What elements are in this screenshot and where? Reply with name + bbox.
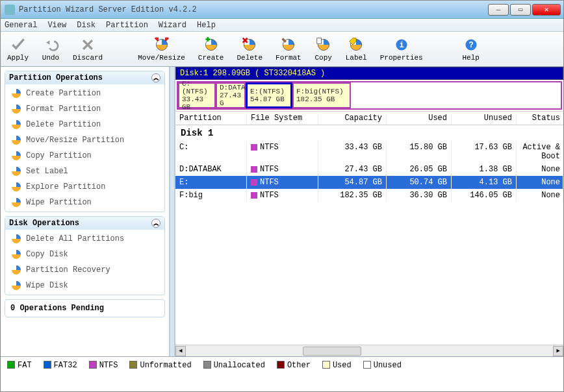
window-buttons: — ▭ ✕ [488, 4, 561, 16]
op-icon [10, 134, 22, 146]
right-pane: Disk:1 298.09GB ( ST3320418AS ) C:(NTFS)… [175, 67, 563, 356]
op-item[interactable]: Delete All Partitions [5, 231, 164, 247]
cell-part: E: [175, 176, 247, 189]
partition-operations-panel: Partition Operations ︽ Create PartitionF… [5, 71, 165, 212]
table-row[interactable]: F:bigNTFS182.35 GB36.30 GB146.05 GBNone [175, 189, 563, 202]
cell-stat: Active & Boot [517, 141, 563, 163]
op-label: Delete All Partitions [26, 234, 124, 243]
column-header[interactable]: File System [247, 112, 318, 125]
pending-panel: 0 Operations Pending [5, 299, 165, 317]
table-row[interactable]: C:NTFS33.43 GB15.80 GB17.63 GBActive & B… [175, 141, 563, 163]
cell-fs: NTFS [247, 176, 318, 189]
table-row[interactable]: E:NTFS54.87 GB50.74 GB4.13 GBNone [175, 176, 563, 189]
toolbar-delete[interactable]: Delete [237, 37, 263, 62]
disk-map: C:(NTFS)33.43 GBD:DATAB27.43 GE:(NTFS)54… [177, 81, 562, 110]
op-label: Wipe Disk [26, 281, 68, 290]
legend-swatch [322, 361, 330, 369]
op-item[interactable]: Partition Recovery [5, 262, 164, 278]
collapse-icon[interactable]: ︽ [151, 219, 160, 228]
op-item[interactable]: Copy Disk [5, 247, 164, 262]
table-row[interactable]: D:DATABAKNTFS27.43 GB26.05 GB1.38 GBNone [175, 163, 563, 176]
legend-item: Used [322, 361, 352, 370]
cell-stat: None [517, 176, 563, 189]
toolbar-format[interactable]: Format [276, 37, 301, 62]
menu-item[interactable]: General [5, 21, 37, 30]
partition-block-label: C:(NTFS) [182, 80, 212, 95]
cell-used: 50.74 GB [387, 176, 452, 189]
op-icon [10, 197, 22, 208]
toolbar-label: Discard [73, 54, 103, 62]
cell-used: 36.30 GB [387, 189, 452, 202]
horizontal-scrollbar[interactable]: ◄ ► [175, 345, 563, 356]
cell-stat: None [517, 189, 563, 202]
legend-swatch [203, 361, 211, 369]
toolbar-label: Move/Resize [138, 54, 185, 62]
toolbar-undo[interactable]: Undo [42, 37, 60, 62]
op-icon [10, 181, 22, 193]
collapse-icon[interactable]: ︽ [151, 73, 160, 82]
menu-item[interactable]: Partition [106, 21, 148, 30]
toolbar-moveresize[interactable]: Move/Resize [138, 37, 185, 62]
partition-block[interactable]: D:DATAB27.43 G [216, 82, 246, 108]
op-item[interactable]: Explore Partition [5, 179, 164, 195]
scroll-left-icon[interactable]: ◄ [175, 346, 186, 356]
op-item[interactable]: Delete Partition [5, 117, 164, 132]
toolbar-label: Create [198, 54, 224, 62]
toolbar-label: Properties [380, 54, 423, 62]
op-icon [10, 249, 22, 260]
menu-item[interactable]: View [47, 21, 66, 30]
column-header[interactable]: Unused [452, 112, 517, 125]
cell-fs: NTFS [247, 141, 318, 163]
cell-fs: NTFS [247, 189, 318, 202]
toolbar-discard[interactable]: Discard [73, 37, 103, 62]
partition-block[interactable]: C:(NTFS)33.43 GB [178, 82, 216, 108]
column-header[interactable]: Partition [175, 112, 247, 125]
label-icon [347, 37, 365, 53]
column-header[interactable]: Capacity [318, 112, 387, 125]
scroll-right-icon[interactable]: ► [553, 346, 563, 356]
svg-rect-5 [316, 38, 321, 43]
toolbar-label[interactable]: Label [346, 37, 367, 62]
op-item[interactable]: Create Partition [5, 86, 164, 101]
toolbar-create[interactable]: Create [198, 37, 224, 62]
legend-label: Other [287, 361, 311, 370]
toolbar-properties[interactable]: iProperties [380, 37, 423, 62]
cell-part: F:big [175, 189, 247, 202]
splitter[interactable] [170, 67, 175, 356]
column-header[interactable]: Status [517, 112, 563, 125]
legend-label: NTFS [99, 361, 118, 370]
legend-label: FAT [18, 361, 32, 370]
app-icon [5, 5, 15, 15]
left-pane: Partition Operations ︽ Create PartitionF… [1, 67, 170, 356]
maximize-button[interactable]: ▭ [510, 4, 531, 16]
op-label: Copy Disk [26, 250, 68, 259]
op-item[interactable]: Set Label [5, 164, 164, 179]
minimize-button[interactable]: — [488, 4, 509, 16]
toolbar-label: Copy [314, 54, 331, 62]
toolbar-copy[interactable]: Copy [314, 37, 333, 62]
partition-block-size: 54.87 GB [250, 95, 288, 103]
toolbar-apply[interactable]: Apply [7, 37, 29, 62]
close-button[interactable]: ✕ [532, 4, 561, 16]
op-item[interactable]: Wipe Partition [5, 195, 164, 210]
column-header[interactable]: Used [387, 112, 452, 125]
op-item[interactable]: Move/Resize Partition [5, 132, 164, 148]
legend-swatch [89, 361, 97, 369]
legend-label: FAT32 [54, 361, 77, 370]
cell-unused: 1.38 GB [452, 163, 517, 176]
menu-item[interactable]: Help [197, 21, 216, 30]
partition-block[interactable]: E:(NTFS)54.87 GB [246, 82, 292, 108]
op-item[interactable]: Copy Partition [5, 148, 164, 164]
menu-item[interactable]: Wizard [159, 21, 186, 30]
toolbar-label: Delete [237, 54, 263, 62]
window-title: Partition Wizard Server Edition v4.2.2 [19, 5, 197, 14]
cell-unused: 4.13 GB [452, 176, 517, 189]
menu-item[interactable]: Disk [77, 21, 96, 30]
legend-label: Unused [374, 361, 402, 370]
op-item[interactable]: Wipe Disk [5, 278, 164, 293]
op-item[interactable]: Format Partition [5, 101, 164, 117]
toolbar-label: Format [276, 54, 301, 62]
partition-block[interactable]: F:big(NTFS)182.35 GB [292, 82, 351, 108]
toolbar-help[interactable]: ?Help [462, 37, 480, 62]
scroll-thumb[interactable] [303, 347, 361, 356]
